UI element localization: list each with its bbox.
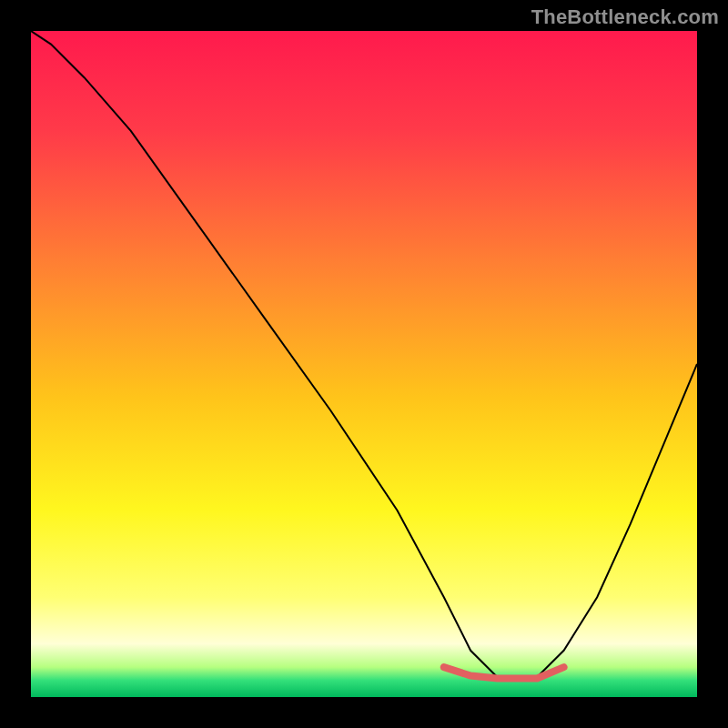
plot-area xyxy=(31,31,697,697)
chart-frame: TheBottleneck.com xyxy=(0,0,728,728)
chart-svg xyxy=(31,31,697,697)
watermark-text: TheBottleneck.com xyxy=(531,5,719,29)
